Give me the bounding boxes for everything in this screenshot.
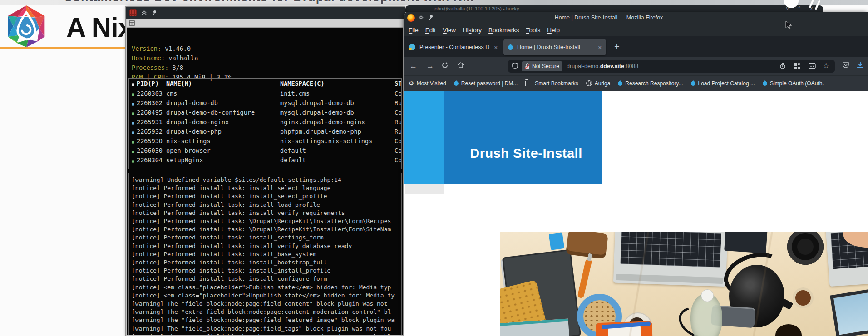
broken-lock-icon xyxy=(525,63,530,69)
bookmark-star-icon[interactable]: ☆ xyxy=(823,62,829,70)
cell-name: drupal-demo-nginx xyxy=(166,118,229,126)
url-bar[interactable]: Not Secure drupal-demo.ddev.site:8088 ☆ xyxy=(508,60,835,73)
col-header-namespace: NAMESPACE(C) xyxy=(280,80,325,87)
log-line: [notice] Performed install task: install… xyxy=(132,192,401,200)
cell-namespace: mysql.drupal-demo-db xyxy=(280,109,354,116)
menu-accel: s xyxy=(469,27,472,34)
tab-presenter[interactable]: Presenter - Containerless D × xyxy=(404,39,502,55)
table-row[interactable]: 2260302 drupal-demo-db mysql.drupal-demo… xyxy=(129,99,401,109)
process-table-panel: PID(P) NAME(N) NAMESPACE(C) STA 2260303 … xyxy=(128,78,402,169)
pocket-icon[interactable] xyxy=(842,62,849,68)
photo-dark-tablet xyxy=(724,232,768,253)
keep-above-icon[interactable] xyxy=(141,10,147,15)
menu-item[interactable]: File xyxy=(409,27,419,34)
table-row[interactable]: 2266030 open-browser default Com xyxy=(129,147,401,156)
tab-label: Presenter - Containerless D xyxy=(419,44,490,50)
terminal-toolbar xyxy=(127,19,403,28)
tab-bar: Presenter - Containerless D × Home | Dru… xyxy=(404,36,868,57)
download-icon[interactable] xyxy=(857,62,864,68)
cell-name: drupal-demo-db xyxy=(166,99,218,107)
reload-button[interactable] xyxy=(441,62,449,69)
menu-item[interactable]: Tools xyxy=(526,27,541,34)
cell-status: Com xyxy=(395,109,401,116)
bookmark-item[interactable]: Simple OAuth (OAuth. xyxy=(763,80,824,87)
cell-namespace: default xyxy=(280,147,306,154)
log-line: [notice] Performed install task: install… xyxy=(132,201,401,209)
photo-notebook-stack xyxy=(500,318,569,336)
cell-status: Com xyxy=(395,90,401,97)
photo-dark-cup xyxy=(775,324,802,336)
photo-coffee-cup xyxy=(623,312,652,336)
close-tab-icon[interactable]: × xyxy=(598,44,602,51)
menu-accel: F xyxy=(409,27,412,34)
bookmark-item[interactable]: Research Respository... xyxy=(618,80,683,87)
terminal-app-icon xyxy=(129,9,137,16)
photo-brown-cup xyxy=(793,287,814,308)
log-line: [notice] <em class="placeholder">Publish… xyxy=(132,283,401,292)
home-button[interactable] xyxy=(457,62,464,68)
log-line: [notice] Performed install task: install… xyxy=(132,234,401,242)
table-row[interactable]: 2265930 nix-settings nix-settings.nix-se… xyxy=(129,137,401,147)
table-row[interactable]: 2260304 setupNginx default Com xyxy=(129,156,401,166)
terminal-titlebar[interactable] xyxy=(126,7,405,19)
bookmark-label: Reset password | DM... xyxy=(461,80,518,87)
not-secure-label: Not Secure xyxy=(532,63,559,69)
table-row[interactable]: 2265932 drupal-demo-php phpfpm.drupal-de… xyxy=(129,128,401,137)
cell-status: Com xyxy=(395,156,401,164)
not-secure-badge[interactable]: Not Secure xyxy=(522,61,562,71)
cell-namespace: nix-settings.nix-settings xyxy=(280,137,372,145)
cell-status: Run xyxy=(395,118,401,126)
process-table-header: PID(P) NAME(N) NAMESPACE(C) STA xyxy=(129,80,401,89)
menu-item[interactable]: Edit xyxy=(425,27,436,34)
extension-timer-icon[interactable] xyxy=(779,63,786,70)
photo-glass-bottle xyxy=(690,294,722,336)
menu-item[interactable]: View xyxy=(443,27,456,34)
url-domain: ddev.site xyxy=(600,63,624,69)
tab-drush-site-install[interactable]: Home | Drush Site-Install × xyxy=(503,39,606,55)
extension-grid-icon[interactable] xyxy=(794,63,800,69)
table-row[interactable]: 2260303 cms init.cms Com xyxy=(129,90,401,99)
cell-pid: 2260303 xyxy=(137,90,163,97)
pin-icon[interactable] xyxy=(152,10,157,16)
cell-pid: 2265932 xyxy=(137,128,163,135)
close-tab-icon[interactable]: × xyxy=(494,44,498,51)
terminal-content[interactable]: Version: v1.46.0 Hostname: valhalla Proc… xyxy=(127,28,403,335)
window-grid-icon[interactable] xyxy=(129,20,135,26)
log-line: [notice] Performed install task: \Drupal… xyxy=(132,225,401,234)
extension-container-icon[interactable] xyxy=(809,63,816,69)
log-line: [notice] Performed install task: install… xyxy=(132,184,401,192)
url-prefix: drupal-demo. xyxy=(567,63,600,69)
cell-status: Run xyxy=(395,128,401,135)
table-row[interactable]: 2265931 drupal-demo-nginx nginx.drupal-d… xyxy=(129,118,401,128)
url-text[interactable]: drupal-demo.ddev.site:8088 xyxy=(567,63,638,69)
pin-icon[interactable] xyxy=(428,15,434,20)
cell-namespace: mysql.drupal-demo-db xyxy=(280,99,354,107)
shield-icon[interactable] xyxy=(512,63,518,70)
install-log-panel[interactable]: [warning] Undefined variable $sites/defa… xyxy=(128,173,402,335)
process-status-bullet-icon xyxy=(132,141,134,144)
photo-brown-pouch xyxy=(566,232,608,259)
menu-item[interactable]: History xyxy=(463,27,482,34)
bookmark-item[interactable]: Load Project Catalog ... xyxy=(691,80,755,87)
forward-button[interactable]: → xyxy=(426,61,434,72)
bookmark-label: Simple OAuth (OAuth. xyxy=(770,80,824,87)
process-status-bullet-icon xyxy=(132,131,134,134)
cell-namespace: init.cms xyxy=(280,90,310,97)
log-line: [notice] Performed install task: install… xyxy=(132,250,401,258)
keep-above-icon[interactable] xyxy=(418,15,424,20)
bookmark-item[interactable]: ⚙ Most Visited xyxy=(409,80,446,87)
new-tab-button[interactable]: + xyxy=(614,42,620,51)
log-line: [notice] Performed install task: install… xyxy=(132,209,401,217)
table-row[interactable]: 2260495 drupal-demo-db-configure mysql.d… xyxy=(129,109,401,118)
menu-accel: E xyxy=(425,27,429,34)
info-value: valhalla xyxy=(168,54,198,62)
menu-item[interactable]: Help xyxy=(547,27,560,34)
bookmark-item[interactable]: Smart Bookmarks xyxy=(525,80,578,87)
bookmark-label: Most Visited xyxy=(417,80,446,87)
bookmark-item[interactable]: Auriga xyxy=(586,80,611,87)
bookmark-item[interactable]: Reset password | DM... xyxy=(454,80,518,87)
firefox-titlebar[interactable]: Home | Drush Site-Install — Mozilla Fire… xyxy=(404,12,868,24)
photo-round-lens xyxy=(787,232,824,265)
back-button[interactable]: ← xyxy=(409,61,417,72)
menu-item[interactable]: Bookmarks xyxy=(488,27,519,34)
